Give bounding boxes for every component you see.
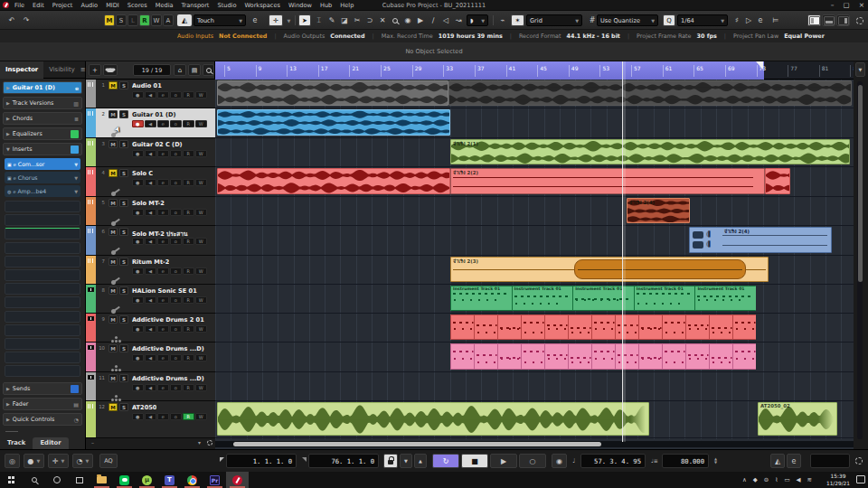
ruler-options-icon[interactable]: ▼ xyxy=(855,62,865,77)
midi-part-segment[interactable] xyxy=(732,343,756,370)
freeze-button[interactable]: o xyxy=(170,325,182,333)
read-automation-button[interactable]: R xyxy=(183,179,194,186)
snap-type-select[interactable]: Grid▼ xyxy=(526,14,582,26)
record-enable-button[interactable]: ● xyxy=(132,413,144,420)
mute-button[interactable]: M xyxy=(108,81,118,89)
glue-tool[interactable]: ⊃ xyxy=(363,14,376,26)
audio-event[interactable]: จำเริง 2(2) xyxy=(450,168,765,194)
chrome-icon[interactable] xyxy=(181,472,203,488)
track-lane-4[interactable]: จำเริง 2(2) xyxy=(215,167,854,197)
insert-slot-empty[interactable] xyxy=(5,283,80,295)
mute-button[interactable]: M xyxy=(108,169,118,177)
track-lane-5[interactable]: จำเริง 2(4) xyxy=(215,197,854,226)
tray-eject-icon[interactable]: ⊖ xyxy=(764,476,769,483)
freeze-button[interactable]: o xyxy=(170,209,182,216)
section-chords[interactable]: ▶Chords≣ xyxy=(3,112,82,125)
midi-part-segment[interactable] xyxy=(638,314,663,340)
color-menu-select[interactable]: ◗▼ xyxy=(467,14,488,26)
tray-expand-icon[interactable]: ∧ xyxy=(742,476,747,483)
midi-part-segment[interactable] xyxy=(568,343,592,370)
mute-button[interactable]: M xyxy=(108,344,118,352)
find-track-icon[interactable] xyxy=(203,64,214,76)
track-header-10[interactable]: 10MSAddictive Drums ...D)●◀eoRW xyxy=(86,343,215,372)
solo-button[interactable]: S xyxy=(119,403,128,411)
menu-studio[interactable]: Studio xyxy=(217,2,236,9)
midi-part-segment[interactable] xyxy=(544,343,569,370)
track-header-9[interactable]: 9MSAddictive Drums 2 01●◀eoRW xyxy=(86,314,215,343)
midi-part-segment[interactable] xyxy=(497,343,522,370)
write-automation-button[interactable]: W xyxy=(195,120,207,127)
write-automation-button[interactable]: W xyxy=(195,296,207,304)
record-enable-button[interactable]: ● xyxy=(132,325,144,333)
track-header-4[interactable]: 4MSSolo C●◀eoRW xyxy=(86,167,215,197)
section-sends[interactable]: ▶Sends xyxy=(3,382,82,395)
footer-gear-icon[interactable] xyxy=(207,440,212,446)
section-fader[interactable]: ▶Fader▤ xyxy=(3,398,82,410)
mute-button[interactable]: M xyxy=(108,199,118,207)
insert-slot-empty[interactable] xyxy=(5,214,80,226)
write-automation-button[interactable]: W xyxy=(195,150,207,157)
maximize-button[interactable]: ▢ xyxy=(844,1,850,9)
audio-event[interactable]: (▌(▌จำเริง 2(4) xyxy=(689,227,832,253)
midi-part-segment[interactable] xyxy=(709,314,733,340)
track-lane-12[interactable]: AT2050_02 xyxy=(215,401,854,438)
audio-event[interactable] xyxy=(765,168,790,194)
cycle-button[interactable]: ↻ xyxy=(432,454,459,468)
monitor-button[interactable]: ◀ xyxy=(145,91,156,99)
audio-event[interactable]: จำเริง 2(4) xyxy=(627,198,690,223)
split-tool[interactable]: ✂ xyxy=(351,14,363,26)
object-selection-tool[interactable]: ➤ xyxy=(298,14,311,26)
tray-display-icon[interactable]: ▭ xyxy=(784,476,789,483)
record-enable-button[interactable]: ● xyxy=(132,179,144,186)
automation-a-button[interactable]: A xyxy=(163,14,174,26)
read-automation-button[interactable]: R xyxy=(183,209,194,216)
insert-slot-empty[interactable] xyxy=(5,365,80,377)
tab-visibility[interactable]: Visibility xyxy=(43,61,80,79)
freeze-button[interactable]: o xyxy=(170,384,182,391)
midi-part-segment[interactable]: Instrument Track 01 xyxy=(694,286,756,311)
menu-file[interactable]: File xyxy=(14,2,24,9)
edit-channel-button[interactable]: e xyxy=(157,238,169,245)
midi-part-segment[interactable] xyxy=(685,343,710,370)
menu-hub[interactable]: Hub xyxy=(320,2,332,9)
metronome-setup-icon[interactable]: e xyxy=(787,454,801,468)
edit-channel-button[interactable]: e xyxy=(157,413,169,420)
midi-part-segment[interactable] xyxy=(615,343,639,370)
transport-gear-icon[interactable] xyxy=(855,457,863,466)
monitor-button[interactable]: ◀ xyxy=(145,267,156,275)
automation-m-button[interactable]: M xyxy=(104,14,115,26)
read-automation-button[interactable]: R xyxy=(183,150,194,157)
edit-channel-button[interactable]: e xyxy=(157,384,169,391)
close-button[interactable]: × xyxy=(859,1,864,9)
solo-button[interactable]: S xyxy=(119,374,128,382)
minimize-button[interactable]: – xyxy=(831,1,835,9)
quantize-value-select[interactable]: 1/64▼ xyxy=(677,14,728,26)
midi-part-segment[interactable]: Instrument Track 01 xyxy=(634,286,696,311)
solo-button[interactable]: S xyxy=(119,315,128,324)
edit-channel-button[interactable]: e xyxy=(157,354,169,361)
footer-menu-icon[interactable]: ▾ xyxy=(198,439,201,446)
track-lane-2[interactable] xyxy=(215,108,854,138)
snap-type-icon[interactable]: ✶ xyxy=(511,14,524,26)
insert-slot-empty[interactable] xyxy=(5,296,80,308)
read-automation-button[interactable]: R xyxy=(183,384,194,391)
monitor-button[interactable]: ◀ xyxy=(145,296,156,304)
freeze-button[interactable]: o xyxy=(170,150,182,157)
freeze-button[interactable]: o xyxy=(170,179,182,186)
midi-part-segment[interactable] xyxy=(732,314,756,340)
monitor-button[interactable]: ◀ xyxy=(145,384,156,391)
position-display[interactable]: 57. 3. 4. 95 xyxy=(580,454,646,468)
comp-tool[interactable]: ◉ xyxy=(401,14,414,26)
record-enable-button[interactable]: ● xyxy=(132,238,144,245)
menu-workspaces[interactable]: Workspaces xyxy=(244,2,279,9)
automation-r-button[interactable]: R xyxy=(139,14,150,26)
monitor-button[interactable]: ◀ xyxy=(145,179,156,186)
audio-event[interactable]: จำเริง 2(1) xyxy=(450,139,850,164)
insert-slot-empty[interactable] xyxy=(5,256,80,267)
range-selection-tool[interactable]: ⌶ xyxy=(313,14,326,26)
audio-event[interactable] xyxy=(217,168,450,194)
mute-button[interactable]: M xyxy=(108,258,118,266)
audio-event[interactable] xyxy=(448,80,852,106)
mute-button[interactable]: M xyxy=(108,110,118,118)
collapse-icon[interactable]: – xyxy=(91,439,94,446)
